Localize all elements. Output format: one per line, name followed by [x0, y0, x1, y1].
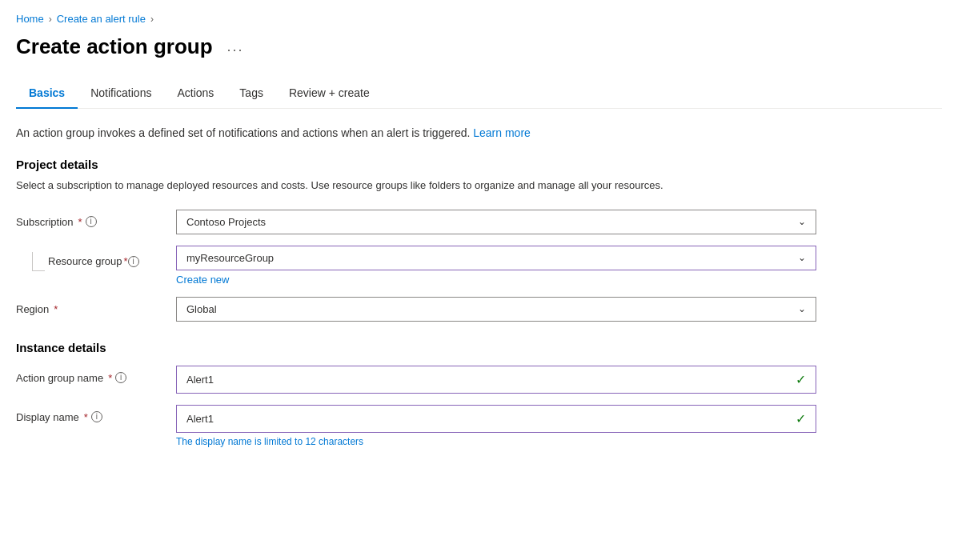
page-description: An action group invokes a defined set of… — [16, 125, 942, 142]
region-value: Global — [186, 303, 217, 315]
region-control: Global ⌄ — [176, 297, 816, 322]
tab-tags[interactable]: Tags — [226, 78, 276, 109]
indent-line — [32, 252, 45, 271]
tab-notifications[interactable]: Notifications — [78, 78, 164, 109]
resource-group-chevron-icon: ⌄ — [798, 252, 806, 263]
subscription-label: Subscription * i — [16, 210, 176, 228]
tab-basics[interactable]: Basics — [16, 78, 78, 109]
resource-group-value: myResourceGroup — [186, 252, 274, 264]
breadcrumb-home[interactable]: Home — [16, 13, 44, 25]
subscription-required: * — [78, 216, 82, 228]
region-row: Region * Global ⌄ — [16, 297, 942, 322]
instance-details-section: Instance details Action group name * i A… — [16, 341, 942, 447]
action-group-name-label: Action group name * i — [16, 366, 176, 384]
resource-group-row: Resource group * i myResourceGroup ⌄ Cre… — [16, 246, 942, 286]
display-name-input[interactable]: Alert1 ✓ — [176, 405, 816, 433]
resource-group-indent: Resource group * i — [16, 252, 139, 271]
page-title-row: Create action group ... — [16, 31, 942, 78]
display-name-label: Display name * i — [16, 405, 176, 423]
learn-more-link[interactable]: Learn more — [473, 126, 531, 139]
subscription-value: Contoso Projects — [186, 216, 266, 228]
display-name-row: Display name * i Alert1 ✓ The display na… — [16, 405, 942, 447]
breadcrumb-alert-rule[interactable]: Create an alert rule — [57, 13, 146, 25]
display-name-hint: The display name is limited to 12 charac… — [176, 436, 816, 447]
breadcrumb: Home › Create an alert rule › — [16, 0, 942, 31]
subscription-row: Subscription * i Contoso Projects ⌄ — [16, 210, 942, 234]
region-dropdown[interactable]: Global ⌄ — [176, 297, 816, 322]
display-name-required: * — [84, 411, 88, 423]
tab-review-create[interactable]: Review + create — [276, 78, 383, 109]
region-label: Region * — [16, 297, 176, 315]
breadcrumb-sep2: › — [150, 14, 154, 25]
action-group-name-info-icon[interactable]: i — [115, 372, 126, 383]
tab-actions[interactable]: Actions — [164, 78, 226, 109]
instance-details-title: Instance details — [16, 341, 942, 354]
action-group-name-input[interactable]: Alert1 ✓ — [176, 366, 816, 394]
create-new-link[interactable]: Create new — [176, 274, 816, 286]
resource-group-info-icon[interactable]: i — [128, 256, 139, 267]
resource-group-control: myResourceGroup ⌄ Create new — [176, 246, 816, 286]
tabs-container: Basics Notifications Actions Tags Review… — [16, 78, 942, 109]
action-group-name-check-icon: ✓ — [796, 372, 806, 387]
action-group-name-control: Alert1 ✓ — [176, 366, 816, 394]
display-name-info-icon[interactable]: i — [91, 411, 102, 422]
breadcrumb-sep1: › — [49, 14, 52, 25]
resource-group-label: Resource group * i — [16, 246, 176, 271]
subscription-control: Contoso Projects ⌄ — [176, 210, 816, 234]
resource-group-required: * — [124, 255, 128, 267]
display-name-control: Alert1 ✓ The display name is limited to … — [176, 405, 816, 447]
subscription-info-icon[interactable]: i — [86, 216, 97, 227]
action-group-name-value: Alert1 — [186, 374, 214, 386]
action-group-name-row: Action group name * i Alert1 ✓ — [16, 366, 942, 394]
project-details-desc: Select a subscription to manage deployed… — [16, 178, 942, 194]
page-title: Create action group — [16, 34, 213, 59]
project-details-title: Project details — [16, 158, 942, 171]
region-chevron-icon: ⌄ — [798, 303, 806, 314]
display-name-value: Alert1 — [186, 413, 214, 425]
subscription-dropdown[interactable]: Contoso Projects ⌄ — [176, 210, 816, 234]
action-group-name-required: * — [108, 372, 112, 384]
resource-group-dropdown[interactable]: myResourceGroup ⌄ — [176, 246, 816, 270]
region-required: * — [54, 303, 58, 315]
subscription-chevron-icon: ⌄ — [798, 216, 806, 227]
ellipsis-button[interactable]: ... — [222, 37, 249, 57]
display-name-check-icon: ✓ — [796, 411, 806, 426]
